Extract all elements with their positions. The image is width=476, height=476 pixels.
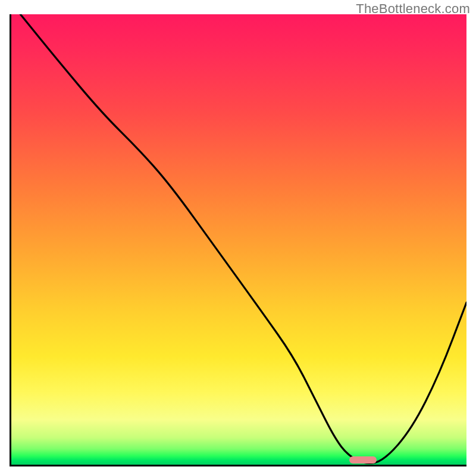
watermark-text: TheBottleneck.com: [356, 1, 470, 17]
optimum-marker: [349, 456, 377, 464]
chart-frame: TheBottleneck.com: [0, 0, 476, 476]
plot-area: [10, 14, 466, 466]
bottleneck-curve: [11, 14, 466, 465]
